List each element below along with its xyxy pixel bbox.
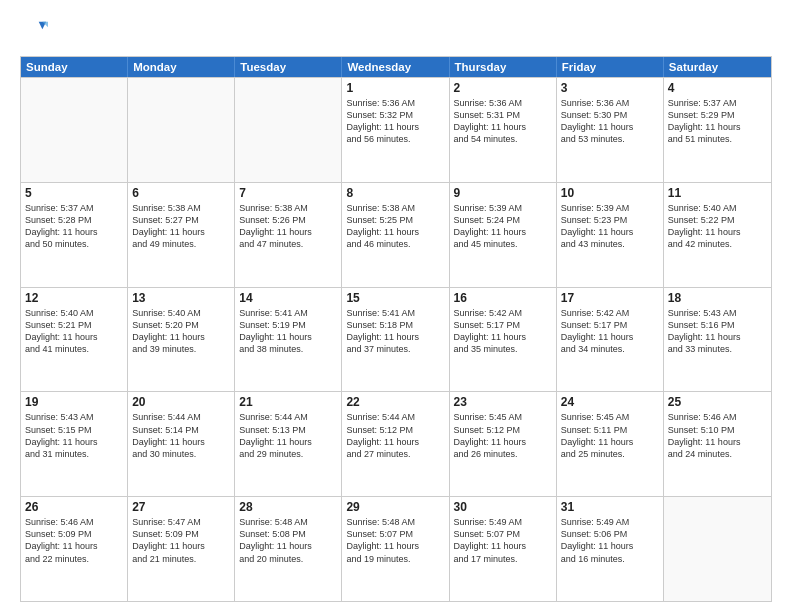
day-info: Sunrise: 5:37 AM Sunset: 5:28 PM Dayligh… <box>25 202 123 251</box>
cal-cell-1-6: 3Sunrise: 5:36 AM Sunset: 5:30 PM Daylig… <box>557 78 664 182</box>
day-info: Sunrise: 5:43 AM Sunset: 5:16 PM Dayligh… <box>668 307 767 356</box>
day-info: Sunrise: 5:42 AM Sunset: 5:17 PM Dayligh… <box>561 307 659 356</box>
day-info: Sunrise: 5:47 AM Sunset: 5:09 PM Dayligh… <box>132 516 230 565</box>
day-info: Sunrise: 5:40 AM Sunset: 5:21 PM Dayligh… <box>25 307 123 356</box>
week-row-2: 5Sunrise: 5:37 AM Sunset: 5:28 PM Daylig… <box>21 182 771 287</box>
cal-cell-4-7: 25Sunrise: 5:46 AM Sunset: 5:10 PM Dayli… <box>664 392 771 496</box>
day-info: Sunrise: 5:38 AM Sunset: 5:25 PM Dayligh… <box>346 202 444 251</box>
calendar-body: 1Sunrise: 5:36 AM Sunset: 5:32 PM Daylig… <box>21 77 771 601</box>
day-number: 11 <box>668 186 767 200</box>
cal-cell-5-5: 30Sunrise: 5:49 AM Sunset: 5:07 PM Dayli… <box>450 497 557 601</box>
day-number: 10 <box>561 186 659 200</box>
page: SundayMondayTuesdayWednesdayThursdayFrid… <box>0 0 792 612</box>
day-info: Sunrise: 5:49 AM Sunset: 5:07 PM Dayligh… <box>454 516 552 565</box>
header-cell-tuesday: Tuesday <box>235 57 342 77</box>
day-number: 15 <box>346 291 444 305</box>
cal-cell-3-2: 13Sunrise: 5:40 AM Sunset: 5:20 PM Dayli… <box>128 288 235 392</box>
day-number: 13 <box>132 291 230 305</box>
day-number: 12 <box>25 291 123 305</box>
day-number: 2 <box>454 81 552 95</box>
day-info: Sunrise: 5:37 AM Sunset: 5:29 PM Dayligh… <box>668 97 767 146</box>
cal-cell-4-3: 21Sunrise: 5:44 AM Sunset: 5:13 PM Dayli… <box>235 392 342 496</box>
calendar-header-row: SundayMondayTuesdayWednesdayThursdayFrid… <box>21 57 771 77</box>
cal-cell-2-4: 8Sunrise: 5:38 AM Sunset: 5:25 PM Daylig… <box>342 183 449 287</box>
day-info: Sunrise: 5:45 AM Sunset: 5:11 PM Dayligh… <box>561 411 659 460</box>
cal-cell-3-6: 17Sunrise: 5:42 AM Sunset: 5:17 PM Dayli… <box>557 288 664 392</box>
day-number: 8 <box>346 186 444 200</box>
day-info: Sunrise: 5:39 AM Sunset: 5:23 PM Dayligh… <box>561 202 659 251</box>
day-number: 5 <box>25 186 123 200</box>
logo <box>20 18 52 46</box>
cal-cell-1-1 <box>21 78 128 182</box>
cal-cell-3-4: 15Sunrise: 5:41 AM Sunset: 5:18 PM Dayli… <box>342 288 449 392</box>
cal-cell-4-1: 19Sunrise: 5:43 AM Sunset: 5:15 PM Dayli… <box>21 392 128 496</box>
day-number: 30 <box>454 500 552 514</box>
cal-cell-3-1: 12Sunrise: 5:40 AM Sunset: 5:21 PM Dayli… <box>21 288 128 392</box>
cal-cell-1-2 <box>128 78 235 182</box>
day-number: 16 <box>454 291 552 305</box>
day-number: 1 <box>346 81 444 95</box>
cal-cell-3-3: 14Sunrise: 5:41 AM Sunset: 5:19 PM Dayli… <box>235 288 342 392</box>
header-cell-friday: Friday <box>557 57 664 77</box>
cal-cell-4-5: 23Sunrise: 5:45 AM Sunset: 5:12 PM Dayli… <box>450 392 557 496</box>
cal-cell-5-6: 31Sunrise: 5:49 AM Sunset: 5:06 PM Dayli… <box>557 497 664 601</box>
day-number: 25 <box>668 395 767 409</box>
day-number: 20 <box>132 395 230 409</box>
week-row-3: 12Sunrise: 5:40 AM Sunset: 5:21 PM Dayli… <box>21 287 771 392</box>
day-info: Sunrise: 5:42 AM Sunset: 5:17 PM Dayligh… <box>454 307 552 356</box>
logo-icon <box>20 18 48 46</box>
day-info: Sunrise: 5:38 AM Sunset: 5:27 PM Dayligh… <box>132 202 230 251</box>
cal-cell-1-5: 2Sunrise: 5:36 AM Sunset: 5:31 PM Daylig… <box>450 78 557 182</box>
cal-cell-4-2: 20Sunrise: 5:44 AM Sunset: 5:14 PM Dayli… <box>128 392 235 496</box>
header-cell-saturday: Saturday <box>664 57 771 77</box>
week-row-5: 26Sunrise: 5:46 AM Sunset: 5:09 PM Dayli… <box>21 496 771 601</box>
day-number: 17 <box>561 291 659 305</box>
day-number: 23 <box>454 395 552 409</box>
day-number: 31 <box>561 500 659 514</box>
cal-cell-2-6: 10Sunrise: 5:39 AM Sunset: 5:23 PM Dayli… <box>557 183 664 287</box>
cal-cell-3-5: 16Sunrise: 5:42 AM Sunset: 5:17 PM Dayli… <box>450 288 557 392</box>
cal-cell-2-3: 7Sunrise: 5:38 AM Sunset: 5:26 PM Daylig… <box>235 183 342 287</box>
week-row-1: 1Sunrise: 5:36 AM Sunset: 5:32 PM Daylig… <box>21 77 771 182</box>
day-info: Sunrise: 5:44 AM Sunset: 5:12 PM Dayligh… <box>346 411 444 460</box>
calendar: SundayMondayTuesdayWednesdayThursdayFrid… <box>20 56 772 602</box>
day-info: Sunrise: 5:36 AM Sunset: 5:32 PM Dayligh… <box>346 97 444 146</box>
day-number: 22 <box>346 395 444 409</box>
cal-cell-2-5: 9Sunrise: 5:39 AM Sunset: 5:24 PM Daylig… <box>450 183 557 287</box>
cal-cell-5-3: 28Sunrise: 5:48 AM Sunset: 5:08 PM Dayli… <box>235 497 342 601</box>
day-info: Sunrise: 5:38 AM Sunset: 5:26 PM Dayligh… <box>239 202 337 251</box>
day-number: 19 <box>25 395 123 409</box>
day-info: Sunrise: 5:44 AM Sunset: 5:14 PM Dayligh… <box>132 411 230 460</box>
header-cell-monday: Monday <box>128 57 235 77</box>
week-row-4: 19Sunrise: 5:43 AM Sunset: 5:15 PM Dayli… <box>21 391 771 496</box>
day-info: Sunrise: 5:36 AM Sunset: 5:31 PM Dayligh… <box>454 97 552 146</box>
day-info: Sunrise: 5:46 AM Sunset: 5:09 PM Dayligh… <box>25 516 123 565</box>
day-number: 7 <box>239 186 337 200</box>
day-info: Sunrise: 5:39 AM Sunset: 5:24 PM Dayligh… <box>454 202 552 251</box>
cal-cell-4-4: 22Sunrise: 5:44 AM Sunset: 5:12 PM Dayli… <box>342 392 449 496</box>
day-number: 3 <box>561 81 659 95</box>
day-info: Sunrise: 5:40 AM Sunset: 5:20 PM Dayligh… <box>132 307 230 356</box>
day-info: Sunrise: 5:40 AM Sunset: 5:22 PM Dayligh… <box>668 202 767 251</box>
day-info: Sunrise: 5:48 AM Sunset: 5:07 PM Dayligh… <box>346 516 444 565</box>
day-number: 6 <box>132 186 230 200</box>
header-cell-wednesday: Wednesday <box>342 57 449 77</box>
cal-cell-5-2: 27Sunrise: 5:47 AM Sunset: 5:09 PM Dayli… <box>128 497 235 601</box>
day-info: Sunrise: 5:46 AM Sunset: 5:10 PM Dayligh… <box>668 411 767 460</box>
cal-cell-1-7: 4Sunrise: 5:37 AM Sunset: 5:29 PM Daylig… <box>664 78 771 182</box>
cal-cell-2-7: 11Sunrise: 5:40 AM Sunset: 5:22 PM Dayli… <box>664 183 771 287</box>
day-info: Sunrise: 5:45 AM Sunset: 5:12 PM Dayligh… <box>454 411 552 460</box>
day-info: Sunrise: 5:48 AM Sunset: 5:08 PM Dayligh… <box>239 516 337 565</box>
day-number: 14 <box>239 291 337 305</box>
day-info: Sunrise: 5:41 AM Sunset: 5:19 PM Dayligh… <box>239 307 337 356</box>
day-number: 26 <box>25 500 123 514</box>
day-number: 9 <box>454 186 552 200</box>
day-number: 4 <box>668 81 767 95</box>
day-info: Sunrise: 5:36 AM Sunset: 5:30 PM Dayligh… <box>561 97 659 146</box>
day-number: 28 <box>239 500 337 514</box>
cal-cell-2-1: 5Sunrise: 5:37 AM Sunset: 5:28 PM Daylig… <box>21 183 128 287</box>
day-number: 18 <box>668 291 767 305</box>
day-info: Sunrise: 5:41 AM Sunset: 5:18 PM Dayligh… <box>346 307 444 356</box>
cal-cell-1-3 <box>235 78 342 182</box>
day-number: 27 <box>132 500 230 514</box>
